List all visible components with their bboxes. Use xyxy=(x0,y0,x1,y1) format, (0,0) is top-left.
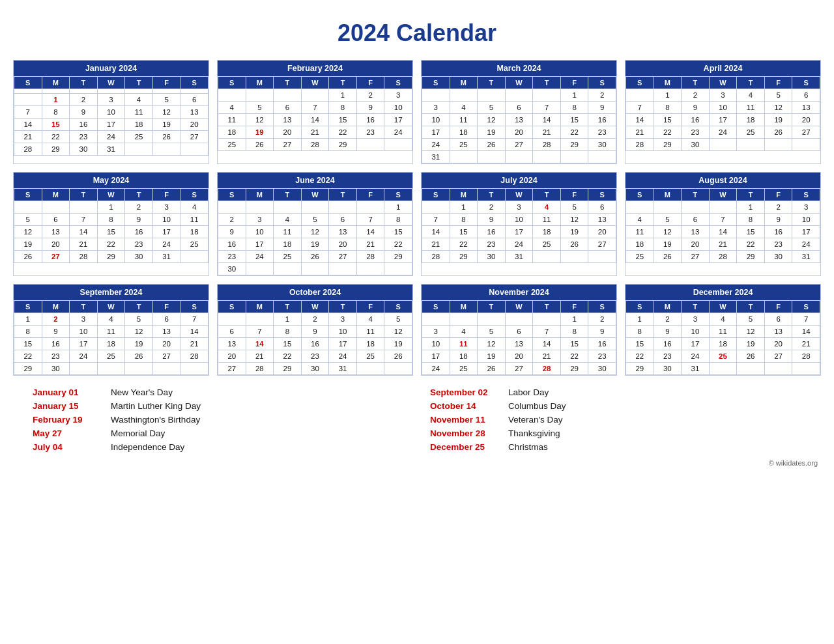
calendar-day: 21 xyxy=(626,126,654,139)
calendar-week-row: 45678910 xyxy=(626,214,820,226)
calendar-day: 1 xyxy=(626,313,654,326)
calendar-day: 4 xyxy=(737,89,765,102)
holiday-name: Wasthington's Birthday xyxy=(111,415,200,425)
calendar-day: 4 xyxy=(218,102,246,114)
calendar-day xyxy=(422,201,450,214)
calendar-week-row: 293031 xyxy=(626,363,820,375)
calendar-day: 28 xyxy=(70,251,98,263)
calendar-day: 22 xyxy=(384,238,412,251)
calendar-day: 8 xyxy=(654,102,682,114)
calendar-day: 6 xyxy=(152,313,180,326)
calendar-day: 9 xyxy=(588,102,616,114)
calendar-day: 28 xyxy=(792,350,820,363)
calendar-day: 16 xyxy=(478,226,506,238)
calendar-week-row: 14151617181920 xyxy=(14,119,208,131)
calendar-day: 29 xyxy=(450,251,478,263)
weekday-header: T xyxy=(70,77,98,89)
calendar-week-row: 567891011 xyxy=(14,214,208,226)
weekday-header: F xyxy=(764,189,792,201)
calendar-day: 12 xyxy=(560,214,588,226)
calendar-day: 4 xyxy=(97,313,125,326)
calendar-day: 10 xyxy=(70,326,98,338)
calendar-day xyxy=(180,143,208,156)
calendar-day xyxy=(505,313,533,326)
calendar-day: 14 xyxy=(180,326,208,338)
calendar-day: 15 xyxy=(450,226,478,238)
month-4: April 2024SMTWTFS12345678910111213141516… xyxy=(625,60,821,164)
calendar-day: 24 xyxy=(709,126,737,139)
holiday-name: Memorial Day xyxy=(111,428,165,438)
calendar-day: 26 xyxy=(478,139,506,151)
calendar-day: 20 xyxy=(505,126,533,139)
calendar-day: 19 xyxy=(246,126,274,139)
calendar-day: 20 xyxy=(274,126,302,139)
calendar-day: 5 xyxy=(478,326,506,338)
calendar-day: 6 xyxy=(42,214,70,226)
holiday-date: November 28 xyxy=(430,428,508,438)
calendar-day: 27 xyxy=(588,238,616,251)
calendar-day: 12 xyxy=(654,226,682,238)
calendar-day: 10 xyxy=(682,326,710,338)
calendar-week-row: 30 xyxy=(218,263,412,275)
calendar-day: 1 xyxy=(14,313,42,326)
calendar-day: 25 xyxy=(218,139,246,151)
calendar-day xyxy=(180,89,208,94)
calendar-day: 3 xyxy=(682,313,710,326)
calendar-day xyxy=(764,139,792,151)
weekday-header: T xyxy=(478,77,506,89)
calendar-day: 19 xyxy=(560,226,588,238)
calendar-day: 23 xyxy=(654,350,682,363)
calendar-day: 16 xyxy=(218,238,246,251)
calendar-day: 20 xyxy=(42,238,70,251)
calendar-day: 18 xyxy=(450,126,478,139)
calendar-day: 16 xyxy=(588,114,616,126)
calendar-day: 28 xyxy=(301,139,329,151)
calendar-week-row: 21222324252627 xyxy=(14,131,208,143)
calendar-day xyxy=(180,251,208,263)
calendar-day: 2 xyxy=(478,201,506,214)
calendar-day: 8 xyxy=(560,326,588,338)
month-header-3: March 2024 xyxy=(422,61,616,76)
calendar-day: 24 xyxy=(682,350,710,363)
calendar-day: 30 xyxy=(42,363,70,375)
calendar-day: 28 xyxy=(533,363,561,375)
calendar-day: 19 xyxy=(764,114,792,126)
calendar-day: 4 xyxy=(274,214,302,226)
weekday-header: M xyxy=(42,189,70,201)
calendar-day: 15 xyxy=(274,338,302,350)
calendar-day: 24 xyxy=(505,238,533,251)
calendar-day: 1 xyxy=(384,201,412,214)
calendar-week-row: 24252627282930 xyxy=(422,363,616,375)
calendar-day: 22 xyxy=(654,126,682,139)
calendar-day: 30 xyxy=(125,251,153,263)
calendar-day: 20 xyxy=(764,338,792,350)
calendar-day: 11 xyxy=(356,326,384,338)
calendar-day xyxy=(588,151,616,163)
calendar-day: 19 xyxy=(654,238,682,251)
calendar-day: 24 xyxy=(792,238,820,251)
calendar-day: 30 xyxy=(654,363,682,375)
calendar-day: 19 xyxy=(478,126,506,139)
calendar-day: 22 xyxy=(560,126,588,139)
holiday-date: November 11 xyxy=(430,415,508,425)
weekday-header: S xyxy=(384,301,412,313)
calendar-day: 26 xyxy=(654,251,682,263)
holiday-row: May 27Memorial Day xyxy=(33,428,404,438)
month-header-6: June 2024 xyxy=(218,173,412,188)
calendar-day xyxy=(14,94,42,106)
calendar-week-row: 2930 xyxy=(14,363,208,375)
calendar-day: 29 xyxy=(274,363,302,375)
weekday-header: T xyxy=(329,77,357,89)
calendar-day: 1 xyxy=(42,94,70,106)
weekday-header: W xyxy=(301,189,329,201)
calendar-day: 28 xyxy=(626,139,654,151)
calendar-week-row: 123456 xyxy=(14,94,208,106)
calendar-day: 28 xyxy=(422,251,450,263)
calendar-day: 16 xyxy=(301,338,329,350)
calendar-day: 29 xyxy=(97,251,125,263)
calendar-day: 15 xyxy=(384,226,412,238)
calendar-week-row: 1234567 xyxy=(626,313,820,326)
calendar-day: 18 xyxy=(218,126,246,139)
calendar-day: 13 xyxy=(792,102,820,114)
calendar-day: 25 xyxy=(356,350,384,363)
